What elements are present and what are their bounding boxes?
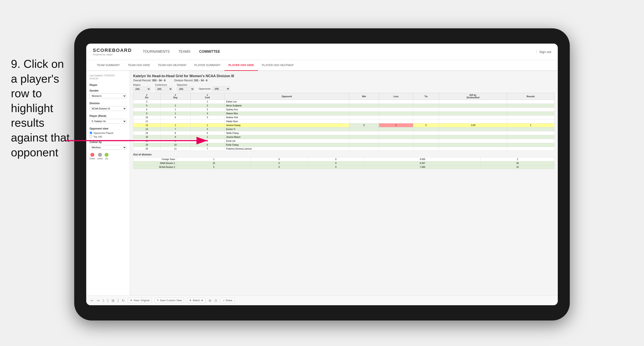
colour-by-dropdown[interactable]: Win/loss — [90, 145, 126, 150]
out-div-cell: 5 — [177, 165, 251, 169]
out-div-cell: 2 — [480, 158, 554, 161]
opponents-filter-select[interactable]: (All) — [212, 87, 230, 91]
out-div-cell: 0 — [308, 165, 364, 169]
nav-tournaments[interactable]: TOURNAMENTS — [143, 49, 170, 55]
table-cell: Jessica Huang — [224, 123, 349, 127]
nav-committee[interactable]: COMMITTEE — [199, 49, 220, 55]
nav-teams[interactable]: TEAMS — [178, 49, 190, 55]
col-opponent: Opponent — [224, 93, 349, 100]
table-cell — [439, 131, 507, 135]
toolbar-sep-2: | — [118, 299, 118, 302]
sign-out-link[interactable]: Sign out — [539, 50, 551, 54]
out-div-cell: 30 — [480, 161, 554, 165]
table-row[interactable]: 31Esther Lee — [134, 100, 554, 104]
out-of-div-table: Foreign Team1004.5002NAIA Division 11500… — [133, 157, 554, 169]
table-row[interactable]: 19106Emily Chang — [134, 143, 554, 147]
tab-team-summary[interactable]: TEAM SUMMARY — [93, 60, 124, 71]
opponent-view-group: Opponents Played Top 100 — [90, 132, 126, 138]
table-cell: 18 — [134, 139, 160, 143]
out-div-cell: 0 — [308, 161, 364, 165]
table-cell: Sharon Mun — [224, 112, 349, 116]
tab-player-h2h-heatmap[interactable]: PLAYER H2H HEATMAP — [258, 60, 297, 71]
filter-row: Region (All) Conference (All) Opponent — [133, 84, 554, 91]
table-row[interactable]: 1585Stella Chang — [134, 131, 554, 135]
table-cell — [413, 147, 439, 151]
table-cell: -3.00 — [439, 123, 507, 127]
watch-btn[interactable]: 👁 Watch ▼ — [187, 298, 205, 303]
table-cell — [349, 104, 379, 108]
refresh-icon[interactable]: ↻ — [122, 299, 125, 303]
redo-icon[interactable]: ↪ — [97, 299, 100, 303]
forward-icon[interactable]: ⟩ — [103, 299, 104, 303]
table-row[interactable]: 1063Andrea York — [134, 116, 554, 120]
table-row[interactable]: 1822Euna Lee — [134, 139, 554, 143]
table-cell: 6 — [134, 108, 160, 112]
opponents-filter: Opponents: (All) — [199, 87, 230, 91]
tab-team-h2h-grid[interactable]: TEAM H2H GRID — [124, 60, 154, 71]
table-cell: Andrea York — [224, 116, 349, 120]
table-row[interactable]: 20117Federica Domecq Lacroze — [134, 147, 554, 151]
tab-player-summary[interactable]: PLAYER SUMMARY — [190, 60, 224, 71]
col-conf: #Conf — [190, 93, 224, 100]
opponent-select[interactable]: (All) — [177, 87, 194, 91]
gender-dropdown[interactable]: Women's — [90, 94, 126, 98]
share-btn[interactable]: ↗ Share — [220, 298, 234, 303]
radio-opponents-played[interactable]: Opponents Played — [90, 132, 126, 134]
grid-table-container[interactable]: #Div #Reg #Conf Opponent Win Loss Tie Di… — [133, 93, 554, 292]
table-row[interactable]: 1474Eunice Yi — [134, 127, 554, 131]
out-div-cell: 1 — [177, 158, 251, 161]
table-row[interactable]: 914Sharon Mun — [134, 112, 554, 116]
out-div-row[interactable]: Foreign Team1004.5002 — [134, 158, 554, 161]
table-cell: 1 — [379, 123, 413, 127]
up-dot — [104, 153, 108, 157]
table-row[interactable]: 11Haeijo Hyun — [134, 120, 554, 123]
opponent-filter: Opponent (All) — [177, 84, 194, 91]
table-cell: 11 — [160, 147, 190, 151]
out-div-row[interactable]: NCAA Division 25007.40010 — [134, 165, 554, 169]
table-cell — [413, 127, 439, 131]
table-cell: Stella Chang — [224, 131, 349, 135]
table-cell: Haeijo Hyun — [224, 120, 349, 123]
table-cell — [379, 100, 413, 104]
sub-nav: TEAM SUMMARY TEAM H2H GRID TEAM H2H HEAT… — [86, 60, 558, 71]
copy-icon[interactable]: ⊞ — [112, 299, 114, 303]
table-cell — [349, 147, 379, 151]
table-cell: 11 — [134, 120, 160, 123]
table-row[interactable]: 522Alexis Sudjianto — [134, 104, 554, 108]
tab-team-h2h-heatmap[interactable]: TEAM H2H HEATMAP — [154, 60, 190, 71]
logo-text: SCOREBOARD — [93, 47, 132, 53]
table-cell: 3 — [134, 100, 160, 104]
table-cell — [379, 112, 413, 116]
table-row[interactable]: 613Sydney Kuo — [134, 108, 554, 112]
table-cell: Jessica Mason — [224, 135, 349, 139]
region-select[interactable]: (All) — [133, 87, 151, 91]
table-cell — [439, 104, 507, 108]
overall-record: Overall Record: 353 - 34 - 6 — [133, 79, 166, 82]
table-row[interactable]: 1311Jessica Huang010-3.002 — [134, 123, 554, 127]
conference-select[interactable]: (All) — [155, 87, 172, 91]
tab-player-h2h-grid[interactable]: PLAYER H2H GRID — [224, 60, 258, 71]
table-cell: 1 — [160, 108, 190, 112]
table-cell — [439, 143, 507, 147]
out-of-division-header: Out of division — [133, 153, 554, 156]
table-cell: 7 — [190, 147, 224, 151]
save-custom-btn[interactable]: ✎ Save Custom View — [155, 298, 184, 303]
table-cell: 5 — [190, 131, 224, 135]
table-cell — [379, 104, 413, 108]
division-dropdown[interactable]: NCAA Division III — [90, 106, 126, 111]
division-label: Division — [90, 102, 126, 105]
out-div-cell: 0 — [251, 165, 308, 169]
view-original-btn[interactable]: 👁 View: Original — [128, 298, 152, 303]
table-cell: 5 — [134, 104, 160, 108]
table-cell — [379, 120, 413, 123]
player-section-label: Player — [90, 83, 126, 87]
colour-legend: Down Level Up — [90, 153, 126, 160]
out-div-row[interactable]: NAIA Division 115009.26730 — [134, 161, 554, 165]
player-rank-dropdown[interactable]: 8. Katelyn Vo — [90, 119, 126, 124]
conference-filter: Conference (All) — [155, 84, 172, 91]
radio-top100[interactable]: Top 100 — [90, 135, 126, 138]
table-row[interactable]: 1691Jessica Mason — [134, 135, 554, 139]
undo-icon[interactable]: ↩ — [90, 299, 94, 303]
colour-by-label: Colour by — [90, 141, 126, 144]
table-cell — [507, 104, 554, 108]
